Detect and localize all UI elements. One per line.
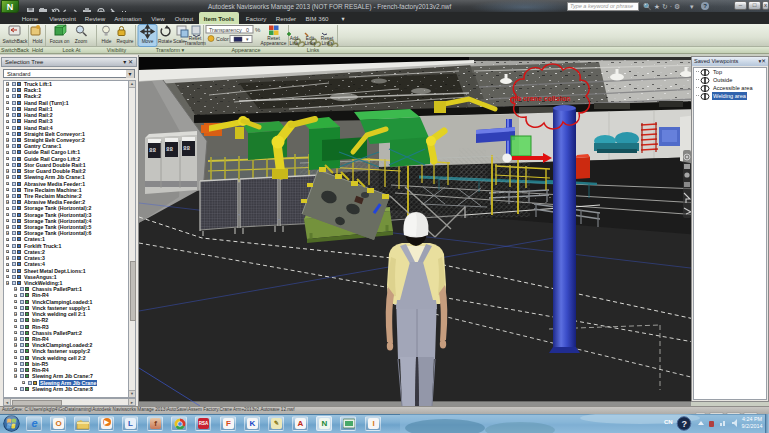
svg-text:Color:: Color: xyxy=(216,36,230,42)
svg-text:%: % xyxy=(255,27,261,33)
svg-text:?: ? xyxy=(682,419,688,429)
svg-text:Transparency: Transparency xyxy=(209,27,242,33)
svg-text:jib crane colision: jib crane colision xyxy=(512,95,570,103)
svg-text:88: 88 xyxy=(166,146,174,153)
svg-text:88: 88 xyxy=(183,145,191,152)
svg-text:0: 0 xyxy=(246,27,249,33)
svg-text:88: 88 xyxy=(149,147,157,154)
